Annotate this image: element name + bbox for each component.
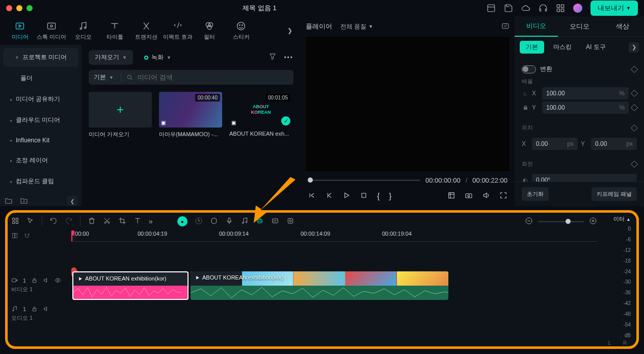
pos-x-input[interactable]: 0.00px (532, 138, 578, 150)
new-bin-icon[interactable] (19, 196, 29, 206)
ai-badge-icon[interactable]: ● (177, 216, 187, 226)
quality-select[interactable]: 전체 품질▼ (340, 22, 373, 31)
play-icon[interactable] (342, 191, 351, 201)
headphones-icon[interactable] (539, 4, 548, 13)
text-tool-icon[interactable] (133, 217, 142, 226)
mark-out-icon[interactable]: } (389, 192, 391, 201)
grid-icon[interactable] (11, 217, 19, 226)
time-ruler[interactable]: :00:00 00:00:04:19 00:00:09:14 00:00:14:… (71, 231, 597, 242)
subtab-masking[interactable]: 마스킹 (548, 41, 577, 54)
cloud-icon[interactable] (521, 4, 530, 13)
lock-icon[interactable] (31, 306, 38, 312)
tab-filters[interactable]: 필터 (194, 18, 225, 44)
export-button[interactable]: 내보내기 ▼ (591, 1, 638, 16)
sidebar-adjust-layer[interactable]: ▸조정 레이어 (3, 151, 78, 170)
record-dropdown[interactable]: 녹화 ▼ (138, 50, 177, 65)
prev-frame-icon[interactable] (308, 191, 316, 201)
sidebar-folder[interactable]: 폴더 (3, 69, 78, 88)
sidebar-share-media[interactable]: ▸미디어 공유하기 (3, 90, 78, 109)
tab-titles[interactable]: 타이틀 (99, 18, 130, 44)
subtab-more-icon[interactable]: ❯ (629, 42, 639, 53)
link-icon[interactable]: ⟀ (522, 90, 529, 96)
mark-in-icon[interactable]: { (377, 192, 380, 201)
rotation-input[interactable]: 0.00° (532, 174, 637, 182)
step-back-icon[interactable] (325, 191, 333, 201)
apps-icon[interactable] (556, 4, 565, 13)
delete-icon[interactable] (88, 217, 96, 226)
keyframe-diamond-icon[interactable] (631, 160, 638, 167)
save-icon[interactable] (504, 4, 513, 13)
scale-x-input[interactable]: 100.00% (542, 87, 629, 99)
close-window-icon[interactable] (6, 5, 12, 11)
reset-button[interactable]: 초기화 (522, 187, 549, 201)
pos-y-input[interactable]: 0.00px (591, 138, 637, 150)
mute-icon[interactable] (43, 306, 49, 312)
subtab-ai[interactable]: AI 도구 (581, 41, 611, 54)
tabs-more-chevron-icon[interactable]: ❯ (283, 23, 297, 38)
zoom-slider[interactable] (538, 221, 584, 222)
preview-viewport[interactable] (306, 37, 509, 171)
speed-icon[interactable] (195, 217, 203, 226)
keyframe-panel-button[interactable]: 키프레임 패널 (592, 187, 637, 201)
keyframe-diamond-icon[interactable] (631, 90, 638, 97)
mic-icon[interactable] (225, 217, 233, 226)
redo-icon[interactable] (65, 217, 73, 226)
playhead[interactable] (71, 231, 72, 241)
sidebar-influence-kit[interactable]: ▸Influence Kit (3, 132, 78, 149)
keyframe-diamond-icon[interactable] (631, 124, 638, 131)
marker-icon[interactable] (210, 217, 218, 226)
profile-avatar[interactable] (573, 4, 582, 13)
select-tool-icon[interactable] (26, 217, 35, 226)
camera-icon[interactable] (465, 191, 473, 201)
volume-icon[interactable] (482, 191, 490, 201)
keyframe-diamond-icon[interactable] (631, 104, 638, 111)
media-card-mamamoo[interactable]: 00:00:40 ▣ 마마무(MAMAMOO) -... (159, 92, 222, 138)
snapshot-icon[interactable] (501, 22, 509, 32)
tab-transition[interactable]: 트랜지션 (130, 18, 162, 44)
new-folder-icon[interactable] (4, 196, 13, 206)
lock-icon[interactable]: 🔒︎ (522, 105, 529, 111)
track-area[interactable]: :00:00 00:00:04:19 00:00:09:14 00:00:14:… (71, 231, 597, 344)
fullscreen-icon[interactable] (499, 191, 507, 201)
crop-preview-icon[interactable] (447, 191, 455, 201)
minimize-window-icon[interactable] (16, 5, 22, 11)
music-icon[interactable] (240, 217, 249, 226)
tab-stock[interactable]: 스톡 미디어 (36, 18, 67, 44)
timeline-clip-1[interactable]: ABOUT KOREAN exhibition(kor) (72, 271, 189, 300)
crop-tool-icon[interactable] (118, 217, 126, 226)
maximize-window-icon[interactable] (26, 5, 33, 11)
tab-effects[interactable]: 이펙트 효과 (162, 18, 194, 44)
stop-icon[interactable] (360, 191, 368, 201)
prop-tab-color[interactable]: 색상 (601, 17, 644, 36)
mute-icon[interactable] (43, 277, 49, 284)
layout-icon[interactable] (487, 4, 496, 13)
more-icon[interactable]: ••• (284, 54, 293, 61)
tab-audio[interactable]: 오디오 (67, 18, 99, 44)
scale-y-input[interactable]: 100.00% (542, 102, 629, 114)
sidebar-compound-clip[interactable]: ▸컴파운드 클립 (3, 172, 78, 191)
prop-tab-video[interactable]: 비디오 (515, 16, 558, 37)
sidebar-cloud-media[interactable]: ▸클라우드 미디어 (3, 111, 78, 130)
zoom-out-icon[interactable] (525, 217, 533, 226)
import-dropdown[interactable]: 가져오기 ▼ (89, 50, 133, 65)
visibility-icon[interactable] (55, 277, 61, 284)
undo-icon[interactable] (49, 217, 58, 226)
import-media-card[interactable]: + 미디어 가져오기 (89, 92, 152, 138)
progress-slider[interactable] (308, 180, 420, 181)
timeline-clip-2[interactable]: ABOUT KOREAN exhibition(kor) (191, 271, 448, 300)
subtab-basic[interactable]: 기본 (520, 41, 544, 54)
timeline-layout-icon[interactable] (11, 232, 18, 241)
sidebar-project-media[interactable]: ▼ 프로젝트 미디어 (3, 48, 78, 67)
magnet-icon[interactable] (23, 232, 31, 241)
sidebar-collapse-icon[interactable]: ❮ (67, 196, 77, 206)
media-card-about-korean[interactable]: ABOUTKOREAN 00:01:05 ▣ ✓ ABOUT KOREAN ex… (229, 92, 292, 138)
prop-tab-audio[interactable]: 오디오 (558, 17, 601, 36)
transform-toggle[interactable] (522, 65, 536, 73)
more-tools-icon[interactable]: » (149, 217, 153, 225)
keyframe-diamond-icon[interactable] (631, 65, 638, 72)
rotation-dial-icon[interactable]: ◐ (522, 177, 529, 182)
tab-stickers[interactable]: 스티커 (225, 18, 257, 44)
tab-media[interactable]: 미디어 (4, 18, 36, 44)
search-input[interactable] (138, 73, 288, 81)
view-mode-select[interactable]: 기본 ▼ (94, 73, 121, 82)
